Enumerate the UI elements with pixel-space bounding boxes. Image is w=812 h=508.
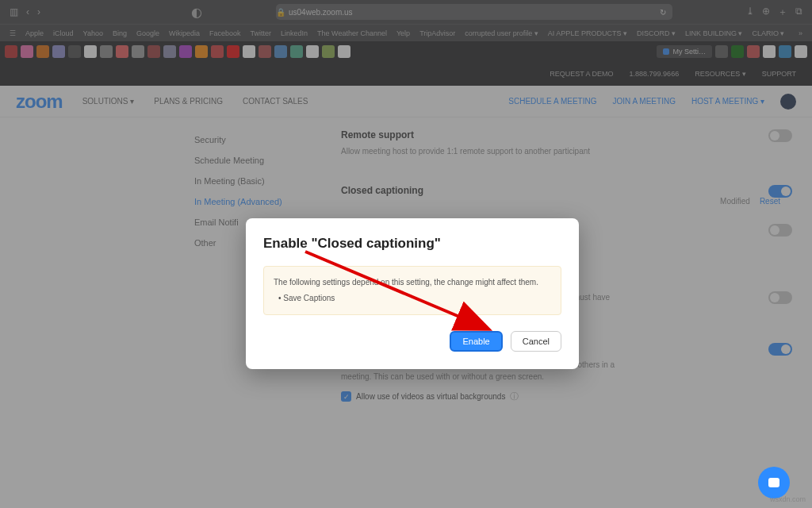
modal-title: Enable "Closed captioning" bbox=[263, 236, 561, 252]
enable-modal: Enable "Closed captioning" The following… bbox=[246, 218, 579, 369]
chat-bubble-button[interactable] bbox=[758, 467, 790, 498]
warning-text: The following settings depend on this se… bbox=[274, 276, 551, 289]
modal-warning: The following settings depend on this se… bbox=[263, 266, 561, 315]
modal-actions: Enable Cancel bbox=[263, 331, 561, 352]
cancel-button[interactable]: Cancel bbox=[511, 331, 561, 352]
enable-button[interactable]: Enable bbox=[450, 331, 502, 352]
warning-bullet: • Save Captions bbox=[274, 292, 551, 305]
watermark: wsxdn.com bbox=[770, 495, 806, 503]
